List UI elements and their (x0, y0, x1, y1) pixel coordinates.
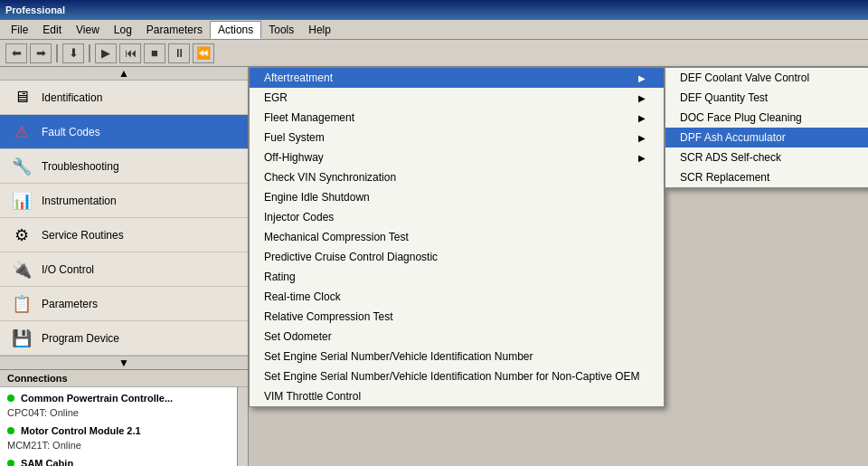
submenu-dpf-ash[interactable]: DPF Ash Accumulator (665, 128, 868, 147)
menu-tools[interactable]: Tools (261, 22, 301, 38)
toolbar-sep2 (89, 44, 90, 62)
conn-sam-dot (7, 460, 14, 466)
actions-item-mechanical[interactable]: Mechanical Compression Test (250, 227, 664, 247)
conn-cpc-name: Common Powertrain Controlle... (7, 391, 241, 405)
actions-item-aftertreatment[interactable]: Aftertreatment ▶ (250, 68, 664, 88)
toolbar-skip-back[interactable]: ⏮ (119, 43, 141, 63)
menu-log[interactable]: Log (107, 22, 139, 38)
sidebar-item-parameters[interactable]: 📋 Parameters (0, 287, 248, 321)
sidebar-item-io-control[interactable]: 🔌 I/O Control (0, 252, 248, 287)
actions-item-serial1[interactable]: Set Engine Serial Number/Vehicle Identif… (250, 347, 664, 366)
sidebar-item-instrumentation[interactable]: 📊 Instrumentation (0, 184, 248, 218)
actions-item-injector[interactable]: Injector Codes (250, 207, 664, 227)
actions-item-serial2[interactable]: Set Engine Serial Number/Vehicle Identif… (250, 366, 664, 386)
sidebar-item-fault-codes[interactable]: ⚠ Fault Codes (0, 115, 248, 149)
conn-item-cpc: Common Powertrain Controlle... CPC04T: O… (7, 391, 241, 420)
toolbar-back[interactable]: ⬅ (5, 43, 27, 63)
title-text: Professional (5, 5, 65, 15)
connections-scrollbar[interactable] (237, 387, 248, 466)
actions-item-rating[interactable]: Rating (250, 267, 664, 287)
sidebar-item-service-routines[interactable]: ⚙ Service Routines (0, 218, 248, 252)
title-bar: Professional (0, 0, 868, 20)
sidebar-item-instrumentation-label: Instrumentation (42, 195, 117, 207)
conn-cpc-status: CPC04T: Online (7, 405, 241, 420)
main-layout: ▲ 🖥 Identification ⚠ Fault Codes 🔧 Troub… (0, 67, 868, 466)
parameters-icon: 📋 (9, 291, 34, 317)
menu-help[interactable]: Help (301, 22, 338, 38)
actions-item-fleet[interactable]: Fleet Management ▶ (250, 108, 664, 128)
actions-item-engineidle[interactable]: Engine Idle Shutdown (250, 187, 664, 207)
actions-item-predictive[interactable]: Predictive Cruise Control Diagnostic (250, 247, 664, 267)
sidebar-scroll-up[interactable]: ▲ (0, 67, 248, 81)
submenu-doc-face[interactable]: DOC Face Plug Cleaning (665, 108, 868, 128)
actions-item-offhighway[interactable]: Off-Highway ▶ (250, 147, 664, 167)
menu-edit[interactable]: Edit (35, 22, 69, 38)
conn-cpc-dot (7, 395, 14, 402)
conn-item-mcm: Motor Control Module 2.1 MCM21T: Online (7, 423, 241, 452)
connections-header: Connections (0, 370, 248, 387)
sidebar-item-parameters-label: Parameters (42, 298, 98, 310)
toolbar-stop[interactable]: ■ (144, 43, 165, 63)
menu-view[interactable]: View (69, 22, 107, 38)
sidebar-item-io-control-label: I/O Control (42, 263, 94, 276)
sidebar-item-fault-codes-label: Fault Codes (42, 126, 100, 138)
troubleshooting-icon: 🔧 (9, 154, 34, 179)
conn-mcm-name: Motor Control Module 2.1 (7, 423, 241, 438)
submenu-scr-ads[interactable]: SCR ADS Self-check (665, 147, 868, 167)
actions-dropdown[interactable]: Aftertreatment ▶ EGR ▶ Fleet Management … (249, 67, 665, 407)
fault-codes-icon: ⚠ (9, 119, 34, 145)
sidebar-item-service-routines-label: Service Routines (42, 229, 124, 242)
toolbar-rewind[interactable]: ⏪ (193, 43, 214, 63)
toolbar-forward[interactable]: ➡ (30, 43, 52, 63)
conn-sam-name: SAM Cabin (7, 456, 241, 466)
actions-item-fuel[interactable]: Fuel System ▶ (250, 128, 664, 147)
menu-bar: File Edit View Log Parameters Actions To… (0, 20, 868, 40)
egr-arrow: ▶ (638, 93, 646, 103)
sidebar-item-troubleshooting-label: Troubleshooting (42, 160, 119, 173)
conn-item-sam: SAM Cabin (7, 456, 241, 466)
fuel-arrow: ▶ (638, 133, 646, 143)
sidebar-item-identification-label: Identification (42, 91, 102, 104)
program-device-icon: 💾 (9, 326, 34, 351)
instrumentation-icon: 📊 (9, 188, 34, 214)
actions-item-vim[interactable]: VIM Throttle Control (250, 386, 664, 406)
connections-content: Common Powertrain Controlle... CPC04T: O… (0, 387, 248, 466)
identification-icon: 🖥 (9, 85, 34, 110)
content-area: A D Aftertreatment ▶ EGR ▶ Fleet Managem… (249, 67, 868, 466)
aftertreatment-submenu[interactable]: DEF Coolant Valve Control DEF Quantity T… (665, 67, 868, 188)
actions-item-checkvin[interactable]: Check VIN Synchronization (250, 167, 664, 187)
submenu-scr-replacement[interactable]: SCR Replacement (665, 167, 868, 187)
sidebar-item-troubleshooting[interactable]: 🔧 Troubleshooting (0, 149, 248, 184)
sidebar-item-program-device-label: Program Device (42, 332, 119, 345)
toolbar-play[interactable]: ▶ (95, 43, 117, 63)
sidebar: ▲ 🖥 Identification ⚠ Fault Codes 🔧 Troub… (0, 67, 249, 466)
menu-file[interactable]: File (4, 22, 35, 38)
io-control-icon: 🔌 (9, 257, 34, 282)
submenu-def-quantity[interactable]: DEF Quantity Test (665, 88, 868, 108)
menu-parameters[interactable]: Parameters (139, 22, 210, 38)
actions-item-egr[interactable]: EGR ▶ (250, 88, 664, 108)
submenu-def-coolant[interactable]: DEF Coolant Valve Control (665, 68, 868, 88)
toolbar-pause[interactable]: ⏸ (168, 43, 190, 63)
actions-item-realtime[interactable]: Real-time Clock (250, 287, 664, 307)
sidebar-scroll-down[interactable]: ▼ (0, 356, 248, 369)
connections-panel: Connections Common Powertrain Controlle.… (0, 369, 248, 466)
fleet-arrow: ▶ (638, 113, 646, 123)
conn-mcm-dot (7, 427, 14, 434)
toolbar: ⬅ ➡ ⬇ ▶ ⏮ ■ ⏸ ⏪ (0, 40, 868, 67)
sidebar-item-program-device[interactable]: 💾 Program Device (0, 321, 248, 356)
menu-actions[interactable]: Actions (210, 21, 261, 39)
offhighway-arrow: ▶ (638, 153, 646, 163)
aftertreatment-arrow: ▶ (638, 73, 646, 83)
toolbar-sep1 (56, 44, 58, 62)
service-routines-icon: ⚙ (9, 223, 34, 248)
conn-mcm-status: MCM21T: Online (7, 438, 241, 452)
sidebar-item-identification[interactable]: 🖥 Identification (0, 81, 248, 115)
actions-item-odometer[interactable]: Set Odometer (250, 327, 664, 347)
actions-item-relative[interactable]: Relative Compression Test (250, 307, 664, 327)
toolbar-download[interactable]: ⬇ (62, 43, 84, 63)
